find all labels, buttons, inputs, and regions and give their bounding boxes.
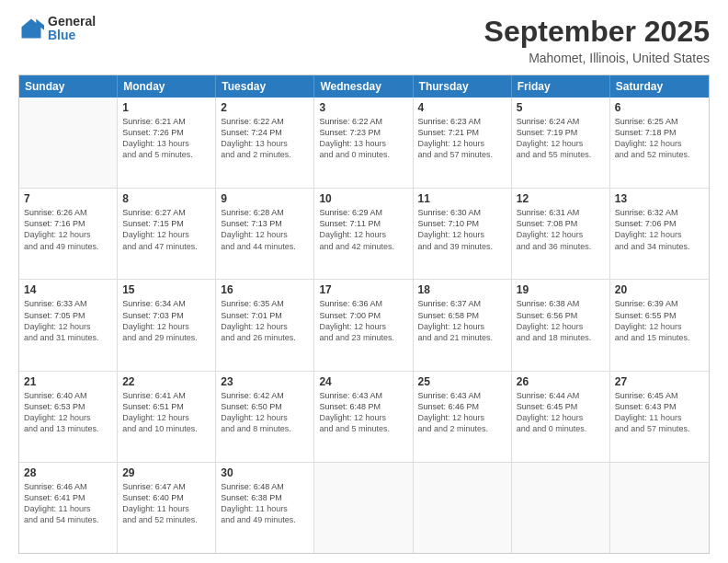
- day-number: 25: [418, 375, 506, 388]
- daylight-text-2: and and 34 minutes.: [615, 241, 704, 252]
- day-number: 26: [517, 375, 605, 388]
- daylight-text-2: and and 36 minutes.: [517, 241, 605, 252]
- daylight-text-2: and and 57 minutes.: [418, 149, 506, 160]
- daylight-text-1: Daylight: 12 hours: [517, 321, 605, 332]
- day-number: 13: [615, 192, 704, 205]
- daylight-text-1: Daylight: 12 hours: [24, 321, 112, 332]
- sunrise-text: Sunrise: 6:35 AM: [221, 298, 309, 309]
- daylight-text-2: and and 5 minutes.: [319, 423, 407, 434]
- daylight-text-1: Daylight: 12 hours: [122, 229, 210, 240]
- cal-cell: [314, 463, 413, 553]
- sunset-text: Sunset: 7:26 PM: [122, 127, 210, 138]
- cal-row-2: 14Sunrise: 6:33 AMSunset: 7:05 PMDayligh…: [19, 280, 709, 371]
- sunset-text: Sunset: 7:23 PM: [319, 127, 407, 138]
- logo-icon: [18, 16, 44, 41]
- sunset-text: Sunset: 7:03 PM: [122, 310, 210, 321]
- daylight-text-2: and and 26 minutes.: [221, 332, 309, 343]
- daylight-text-2: and and 52 minutes.: [615, 149, 704, 160]
- cal-cell: 13Sunrise: 6:32 AMSunset: 7:06 PMDayligh…: [610, 189, 709, 279]
- sunrise-text: Sunrise: 6:21 AM: [122, 116, 210, 127]
- daylight-text-2: and and 39 minutes.: [418, 241, 506, 252]
- sunset-text: Sunset: 6:53 PM: [24, 401, 112, 412]
- daylight-text-2: and and 0 minutes.: [517, 423, 605, 434]
- cal-cell: 16Sunrise: 6:35 AMSunset: 7:01 PMDayligh…: [216, 280, 314, 370]
- sunset-text: Sunset: 6:55 PM: [615, 310, 704, 321]
- daylight-text-1: Daylight: 11 hours: [24, 503, 112, 514]
- cal-cell: 24Sunrise: 6:43 AMSunset: 6:48 PMDayligh…: [314, 372, 413, 462]
- weekday-header-monday: Monday: [118, 75, 216, 98]
- cal-cell: 8Sunrise: 6:27 AMSunset: 7:15 PMDaylight…: [118, 189, 216, 279]
- cal-cell: 28Sunrise: 6:46 AMSunset: 6:41 PMDayligh…: [19, 463, 118, 553]
- daylight-text-2: and and 0 minutes.: [319, 149, 407, 160]
- page: General Blue September 2025 Mahomet, Ill…: [0, 0, 728, 563]
- daylight-text-1: Daylight: 12 hours: [615, 321, 704, 332]
- daylight-text-1: Daylight: 11 hours: [221, 503, 309, 514]
- sunrise-text: Sunrise: 6:30 AM: [418, 207, 506, 218]
- daylight-text-1: Daylight: 12 hours: [221, 321, 309, 332]
- sunrise-text: Sunrise: 6:26 AM: [24, 207, 112, 218]
- daylight-text-1: Daylight: 12 hours: [517, 138, 605, 149]
- daylight-text-2: and and 44 minutes.: [221, 241, 309, 252]
- day-number: 30: [221, 466, 309, 479]
- day-number: 21: [24, 375, 112, 388]
- sunset-text: Sunset: 7:21 PM: [418, 127, 506, 138]
- daylight-text-2: and and 42 minutes.: [319, 241, 407, 252]
- sunset-text: Sunset: 7:24 PM: [221, 127, 309, 138]
- daylight-text-1: Daylight: 13 hours: [221, 138, 309, 149]
- day-number: 24: [319, 375, 407, 388]
- sunrise-text: Sunrise: 6:27 AM: [122, 207, 210, 218]
- day-number: 11: [418, 192, 506, 205]
- cal-cell: [512, 463, 610, 553]
- sunrise-text: Sunrise: 6:32 AM: [615, 207, 704, 218]
- day-number: 27: [615, 375, 704, 388]
- day-number: 10: [319, 192, 407, 205]
- day-number: 19: [517, 283, 605, 296]
- day-number: 9: [221, 192, 309, 205]
- day-number: 3: [319, 101, 407, 114]
- daylight-text-1: Daylight: 12 hours: [122, 321, 210, 332]
- title-block: September 2025 Mahomet, Illinois, United…: [484, 15, 710, 65]
- cal-cell: 5Sunrise: 6:24 AMSunset: 7:19 PMDaylight…: [512, 98, 610, 188]
- cal-cell: 9Sunrise: 6:28 AMSunset: 7:13 PMDaylight…: [216, 189, 314, 279]
- daylight-text-2: and and 21 minutes.: [418, 332, 506, 343]
- day-number: 8: [122, 192, 210, 205]
- day-number: 20: [615, 283, 704, 296]
- daylight-text-2: and and 52 minutes.: [122, 514, 210, 525]
- sunset-text: Sunset: 7:16 PM: [24, 218, 112, 229]
- sunrise-text: Sunrise: 6:43 AM: [418, 390, 506, 401]
- weekday-header-saturday: Saturday: [610, 75, 709, 98]
- sunrise-text: Sunrise: 6:43 AM: [319, 390, 407, 401]
- sunset-text: Sunset: 7:05 PM: [24, 310, 112, 321]
- cal-cell: 20Sunrise: 6:39 AMSunset: 6:55 PMDayligh…: [610, 280, 709, 370]
- sunset-text: Sunset: 6:46 PM: [418, 401, 506, 412]
- cal-row-0: 1Sunrise: 6:21 AMSunset: 7:26 PMDaylight…: [19, 98, 709, 189]
- day-number: 18: [418, 283, 506, 296]
- daylight-text-2: and and 18 minutes.: [517, 332, 605, 343]
- cal-cell: 22Sunrise: 6:41 AMSunset: 6:51 PMDayligh…: [118, 372, 216, 462]
- sunrise-text: Sunrise: 6:33 AM: [24, 298, 112, 309]
- sunrise-text: Sunrise: 6:48 AM: [221, 481, 309, 492]
- weekday-header-tuesday: Tuesday: [216, 75, 314, 98]
- sunrise-text: Sunrise: 6:24 AM: [517, 116, 605, 127]
- sunrise-text: Sunrise: 6:44 AM: [517, 390, 605, 401]
- day-number: 23: [221, 375, 309, 388]
- daylight-text-2: and and 47 minutes.: [122, 241, 210, 252]
- sunset-text: Sunset: 7:11 PM: [319, 218, 407, 229]
- daylight-text-2: and and 23 minutes.: [319, 332, 407, 343]
- sunset-text: Sunset: 7:00 PM: [319, 310, 407, 321]
- day-number: 15: [122, 283, 210, 296]
- daylight-text-1: Daylight: 12 hours: [24, 229, 112, 240]
- day-number: 28: [24, 466, 112, 479]
- daylight-text-1: Daylight: 12 hours: [418, 138, 506, 149]
- cal-cell: 6Sunrise: 6:25 AMSunset: 7:18 PMDaylight…: [610, 98, 709, 188]
- cal-cell: 18Sunrise: 6:37 AMSunset: 6:58 PMDayligh…: [414, 280, 512, 370]
- daylight-text-2: and and 29 minutes.: [122, 332, 210, 343]
- weekday-header-sunday: Sunday: [19, 75, 118, 98]
- weekday-header-thursday: Thursday: [414, 75, 512, 98]
- sunrise-text: Sunrise: 6:25 AM: [615, 116, 704, 127]
- daylight-text-1: Daylight: 13 hours: [319, 138, 407, 149]
- cal-cell: [19, 98, 118, 188]
- sunset-text: Sunset: 7:10 PM: [418, 218, 506, 229]
- cal-cell: 10Sunrise: 6:29 AMSunset: 7:11 PMDayligh…: [314, 189, 413, 279]
- sunrise-text: Sunrise: 6:38 AM: [517, 298, 605, 309]
